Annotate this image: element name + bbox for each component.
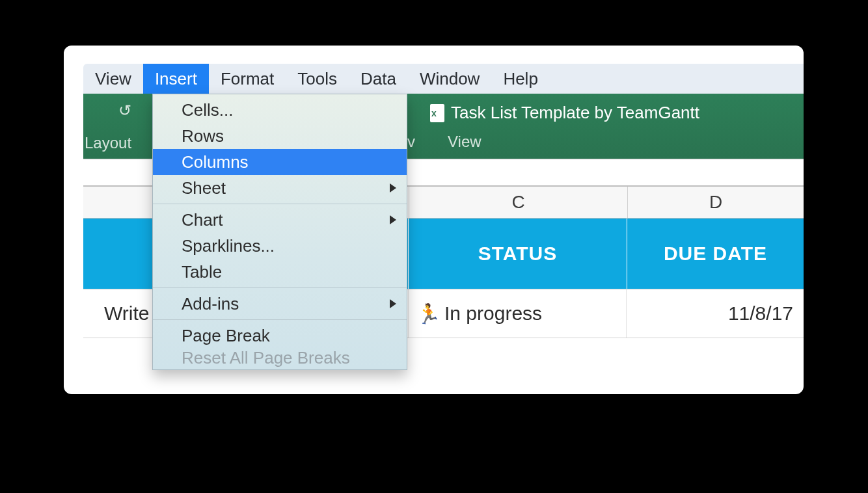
insert-sheet-label: Sheet [182, 178, 226, 198]
insert-chart[interactable]: Chart [153, 207, 407, 233]
insert-reset-page-breaks[interactable]: Reset All Page Breaks [153, 349, 407, 367]
menu-format[interactable]: Format [209, 64, 286, 94]
running-person-icon: 🏃 [416, 302, 441, 325]
insert-rows[interactable]: Rows [153, 123, 407, 149]
insert-add-ins[interactable]: Add-ins [153, 291, 407, 317]
ribbon-view-tab[interactable]: View [448, 133, 481, 151]
insert-sheet[interactable]: Sheet [153, 175, 407, 201]
insert-chart-label: Chart [182, 210, 223, 230]
document-title-text: Task List Template by TeamGantt [451, 103, 699, 123]
insert-page-break[interactable]: Page Break [153, 323, 407, 349]
insert-reset-page-breaks-label: Reset All Page Breaks [182, 349, 350, 367]
menu-tools[interactable]: Tools [286, 64, 349, 94]
submenu-arrow-icon [390, 299, 396, 308]
insert-table[interactable]: Table [153, 259, 407, 285]
undo-icon[interactable]: ↺ [118, 101, 131, 120]
menu-view[interactable]: View [83, 64, 143, 94]
insert-rows-label: Rows [182, 126, 224, 146]
document-title: Task List Template by TeamGantt [430, 103, 699, 123]
insert-columns[interactable]: Columns [153, 149, 407, 175]
ribbon-tab-edge: v [407, 133, 415, 151]
insert-page-break-label: Page Break [182, 326, 270, 346]
app-inner: View Insert Format Tools Data Window Hel… [83, 64, 804, 394]
app-window: View Insert Format Tools Data Window Hel… [64, 46, 804, 394]
insert-columns-label: Columns [182, 152, 249, 172]
column-header-c[interactable]: C [409, 187, 627, 218]
column-header-d[interactable]: D [627, 187, 804, 218]
insert-table-label: Table [182, 262, 222, 282]
insert-sparklines-label: Sparklines... [182, 236, 275, 256]
submenu-arrow-icon [390, 215, 396, 224]
insert-add-ins-label: Add-ins [182, 294, 239, 314]
insert-dropdown: Cells... Rows Columns Sheet Chart [152, 94, 407, 370]
menu-help[interactable]: Help [491, 64, 549, 94]
cell-status[interactable]: 🏃 In progress [409, 289, 627, 338]
cell-status-text: In progress [444, 302, 542, 325]
insert-cells-label: Cells... [182, 100, 233, 120]
menubar: View Insert Format Tools Data Window Hel… [83, 64, 804, 94]
submenu-arrow-icon [390, 183, 396, 193]
insert-cells[interactable]: Cells... [153, 97, 407, 123]
ribbon-layout-label[interactable]: Layout [85, 134, 131, 152]
insert-sparklines[interactable]: Sparklines... [153, 233, 407, 259]
table-header-status: STATUS [409, 219, 627, 289]
menu-data[interactable]: Data [349, 64, 408, 94]
menu-window[interactable]: Window [408, 64, 491, 94]
table-header-due-date: DUE DATE [627, 219, 804, 289]
cell-due-date[interactable]: 11/8/17 [627, 289, 804, 338]
excel-file-icon [430, 104, 444, 122]
menu-insert[interactable]: Insert [143, 64, 209, 94]
